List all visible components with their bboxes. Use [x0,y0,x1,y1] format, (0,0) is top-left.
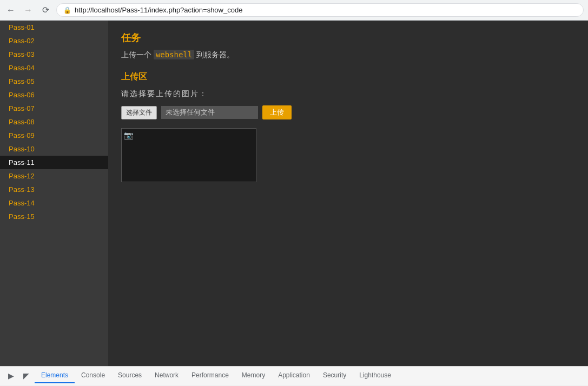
upload-description: 请选择要上传的图片： [121,89,575,99]
devtools-tab-elements[interactable]: Elements [35,368,75,383]
devtools-tab-memory[interactable]: Memory [235,368,272,383]
sidebar-item-pass06[interactable]: Pass-06 [0,88,108,102]
devtools-tab-security[interactable]: Security [316,368,353,383]
forward-button[interactable]: → [22,4,35,17]
browser-chrome: ← → ⟳ 🔒 http://localhost/Pass-11/index.p… [0,0,588,21]
sidebar-item-pass07[interactable]: Pass-07 [0,102,108,115]
broken-image-icon: 📷 [124,131,133,139]
devtools-tab-lighthouse[interactable]: Lighthouse [353,368,398,383]
devtools-panel: ▶ ◤ ElementsConsoleSourcesNetworkPerform… [0,366,588,386]
sidebar-item-pass13[interactable]: Pass-13 [0,183,108,196]
task-title: 任务 [121,31,575,44]
devtools-tab-console[interactable]: Console [75,368,111,383]
upload-form: 选择文件 未选择任何文件 上传 [121,105,575,119]
devtools-tab-application[interactable]: Application [272,368,316,383]
file-name-display: 未选择任何文件 [161,106,258,119]
address-bar[interactable]: 🔒 http://localhost/Pass-11/index.php?act… [56,3,584,17]
device-toolbar-icon[interactable]: ◤ [19,369,32,382]
url-text: http://localhost/Pass-11/index.php?actio… [75,6,577,14]
sidebar-item-pass12[interactable]: Pass-12 [0,169,108,183]
back-button[interactable]: ← [4,4,17,17]
task-description: 上传一个 webshell 到服务器。 [121,49,575,61]
sidebar-item-pass10[interactable]: Pass-10 [0,142,108,156]
sidebar-item-pass05[interactable]: Pass-05 [0,75,108,88]
browser-toolbar: ← → ⟳ 🔒 http://localhost/Pass-11/index.p… [0,0,588,20]
sidebar-item-pass01[interactable]: Pass-01 [0,21,108,34]
sidebar-item-pass15[interactable]: Pass-15 [0,210,108,223]
sidebar-item-pass09[interactable]: Pass-09 [0,129,108,142]
file-choose-button[interactable]: 选择文件 [121,106,157,119]
devtools-tab-network[interactable]: Network [148,368,185,383]
page-content: 任务 上传一个 webshell 到服务器。 上传区 请选择要上传的图片： 选择… [108,21,588,366]
task-code-inline: webshell [154,50,194,59]
sidebar-item-pass03[interactable]: Pass-03 [0,48,108,61]
reload-button[interactable]: ⟳ [39,4,52,17]
devtools-tabs: ▶ ◤ ElementsConsoleSourcesNetworkPerform… [0,367,588,385]
image-preview: 📷 [121,128,256,182]
sidebar-item-pass14[interactable]: Pass-14 [0,196,108,210]
main-area: Pass-01Pass-02Pass-03Pass-04Pass-05Pass-… [0,21,588,366]
sidebar-item-pass08[interactable]: Pass-08 [0,115,108,129]
sidebar: Pass-01Pass-02Pass-03Pass-04Pass-05Pass-… [0,21,108,366]
devtools-tab-performance[interactable]: Performance [185,368,235,383]
sidebar-item-pass02[interactable]: Pass-02 [0,34,108,48]
upload-section-title: 上传区 [121,71,575,83]
sidebar-item-pass11[interactable]: Pass-11 [0,156,108,169]
sidebar-item-pass04[interactable]: Pass-04 [0,61,108,75]
upload-button[interactable]: 上传 [262,105,292,119]
lock-icon: 🔒 [63,6,71,14]
devtools-tab-sources[interactable]: Sources [111,368,148,383]
inspect-element-icon[interactable]: ▶ [4,369,17,382]
